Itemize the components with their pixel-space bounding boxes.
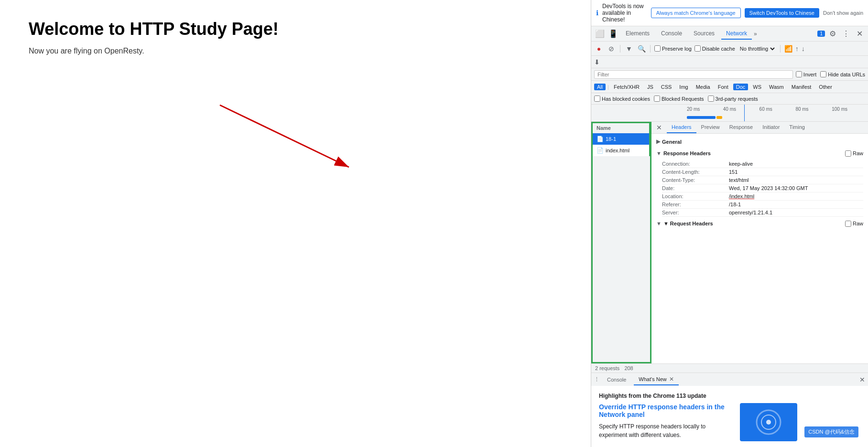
whats-new-highlight: Highlights from the Chrome 113 update [599, 392, 860, 400]
whats-new-thumbnail [740, 403, 797, 441]
hide-data-urls-checkbox[interactable]: Hide data URLs [820, 71, 865, 77]
timeline-bar-blue [687, 116, 716, 119]
filter-btn-fetch[interactable]: Fetch/XHR [611, 84, 642, 90]
record-button[interactable]: ● [594, 44, 604, 53]
file-item-18-1[interactable]: 📄 18-1 [593, 133, 649, 145]
request-headers-header[interactable]: ▼ ▼ Request Headers [656, 219, 713, 228]
blocked-cookies-checkbox[interactable]: Has blocked cookies [594, 96, 650, 102]
throttle-select[interactable]: No throttling [738, 45, 776, 52]
request-arrow: ▼ [656, 221, 662, 226]
filter-btn-other[interactable]: Other [816, 84, 835, 90]
timeline-bar: 20 ms 40 ms 60 ms 80 ms 100 ms [591, 105, 868, 122]
header-tab-response[interactable]: Response [725, 122, 758, 133]
whats-new-link[interactable]: Override HTTP response headers in the Ne… [599, 403, 725, 418]
file-item-index[interactable]: 📄 index.html [593, 145, 649, 156]
stop-recording-button[interactable]: ⊘ [607, 44, 616, 53]
upload-icon[interactable]: ↑ [795, 45, 799, 53]
page-subtitle: Now you are flying on OpenResty. [29, 47, 562, 55]
filter-btn-css[interactable]: CSS [658, 84, 675, 90]
filter-toggle-icon[interactable]: ▼ [624, 44, 634, 53]
switch-devtools-button[interactable]: Switch DevTools to Chinese [745, 8, 819, 18]
whats-new-description: Specify HTTP response headers locally to… [599, 422, 725, 439]
response-raw-checkbox[interactable]: Raw [845, 150, 863, 157]
bottom-close-icon[interactable]: ✕ [669, 376, 674, 383]
file-list-header: Name [593, 123, 649, 133]
notification-bar: ℹ DevTools is now available in Chinese! … [591, 0, 868, 26]
headers-content: ▶ General ▼ Response Headers Raw [651, 134, 868, 363]
response-headers-content: Connection: keep-alive Content-Length: 1… [656, 160, 863, 217]
more-options-icon[interactable]: ⋮ [840, 28, 852, 40]
close-devtools-icon[interactable]: ✕ [854, 28, 865, 40]
request-headers-section: ▼ ▼ Request Headers Raw [656, 217, 863, 230]
header-row-content-type: Content-Type: text/html [662, 176, 863, 184]
filter-type-bar: All | Fetch/XHR JS CSS Img Media Font Do… [591, 81, 868, 93]
settings-icon[interactable]: ⚙ [827, 28, 838, 40]
response-headers-section: ▼ Response Headers Raw [656, 147, 863, 160]
blocked-requests-checkbox[interactable]: Blocked Requests [654, 96, 704, 102]
match-language-button[interactable]: Always match Chrome's language [651, 8, 741, 18]
download-icon[interactable]: ↓ [802, 45, 805, 53]
file-list-wrapper: Name 📄 18-1 📄 index.html [591, 122, 651, 363]
header-tab-initiator[interactable]: Initiator [758, 122, 784, 133]
filter-btn-all[interactable]: All [594, 84, 606, 90]
header-row-location: Location: /index.html [662, 192, 863, 201]
disable-cache-checkbox[interactable]: Disable cache [694, 45, 735, 52]
file-icon-18-1: 📄 [597, 136, 604, 142]
header-tab-headers[interactable]: Headers [667, 122, 696, 133]
tab-network[interactable]: Network [721, 28, 752, 40]
devtools-mobile-icon[interactable]: 📱 [608, 28, 619, 40]
more-tabs-icon[interactable]: » [754, 31, 757, 37]
bottom-menu-icon[interactable]: ⋮ [594, 376, 599, 383]
notification-text: DevTools is now available in Chinese! [602, 3, 647, 23]
filter-btn-js[interactable]: JS [644, 84, 656, 90]
filter-checkboxes: Invert Hide data URLs [796, 71, 865, 77]
timeline-label-80ms: 80 ms [795, 106, 832, 112]
filter-btn-doc[interactable]: Doc [733, 84, 749, 90]
header-row-connection: Connection: keep-alive [662, 160, 863, 168]
tab-sources[interactable]: Sources [689, 28, 719, 40]
timeline-label-100ms: 100 ms [832, 106, 868, 112]
transfer-size: 208 [624, 365, 633, 371]
file-icon-index: 📄 [597, 147, 604, 154]
header-row-server: Server: openresty/1.21.4.1 [662, 209, 863, 217]
general-section-header[interactable]: ▶ General [656, 137, 863, 147]
timeline-label-20ms: 20 ms [687, 106, 723, 112]
tab-elements[interactable]: Elements [621, 28, 654, 40]
headers-panel: ✕ Headers Preview Response Initiator Tim… [651, 122, 868, 363]
import-har-icon[interactable]: ⬇ [594, 58, 600, 66]
third-party-checkbox[interactable]: 3rd-party requests [708, 96, 758, 102]
filter-btn-manifest[interactable]: Manifest [789, 84, 814, 90]
filter-btn-ws[interactable]: WS [750, 84, 764, 90]
request-raw-checkbox[interactable]: Raw [845, 221, 863, 227]
arrow-indicator [143, 86, 382, 181]
dont-show-link[interactable]: Don't show again [823, 10, 863, 16]
preserve-log-checkbox[interactable]: Preserve log [654, 45, 692, 52]
bottom-tab-console[interactable]: Console [602, 375, 631, 384]
general-arrow: ▶ [656, 138, 660, 145]
devtools-toggle-icon[interactable]: ⬜ [594, 28, 606, 40]
devtools-panel: ℹ DevTools is now available in Chinese! … [591, 0, 868, 447]
filter-input[interactable] [594, 70, 793, 79]
response-headers-header[interactable]: ▼ Response Headers [656, 149, 711, 158]
filter-btn-img[interactable]: Img [676, 84, 691, 90]
filter-btn-font[interactable]: Font [715, 84, 731, 90]
invert-checkbox[interactable]: Invert [796, 71, 817, 77]
header-tab-preview[interactable]: Preview [696, 122, 725, 133]
file-list: Name 📄 18-1 📄 index.html [593, 123, 650, 156]
devtools-topbar: ⬜ 📱 Elements Console Sources Network » 1… [591, 26, 868, 42]
wifi-icon[interactable]: 📶 [784, 45, 792, 53]
header-tab-timing[interactable]: Timing [784, 122, 810, 133]
filter-btn-media[interactable]: Media [693, 84, 713, 90]
request-headers-label: ▼ Request Headers [663, 221, 713, 226]
timeline-label-60ms: 60 ms [760, 106, 796, 112]
status-bar: 2 requests 208 [591, 363, 868, 372]
close-all-icon[interactable]: ✕ [859, 376, 865, 383]
response-arrow: ▼ [656, 150, 662, 156]
tab-console[interactable]: Console [656, 28, 687, 40]
headers-close-icon[interactable]: ✕ [654, 122, 664, 133]
svg-point-4 [766, 420, 771, 425]
search-icon[interactable]: 🔍 [637, 44, 646, 53]
filter-btn-wasm[interactable]: Wasm [766, 84, 787, 90]
timeline-bar-orange [716, 116, 722, 119]
watermark: CSDN @代码&信念 [804, 426, 858, 437]
